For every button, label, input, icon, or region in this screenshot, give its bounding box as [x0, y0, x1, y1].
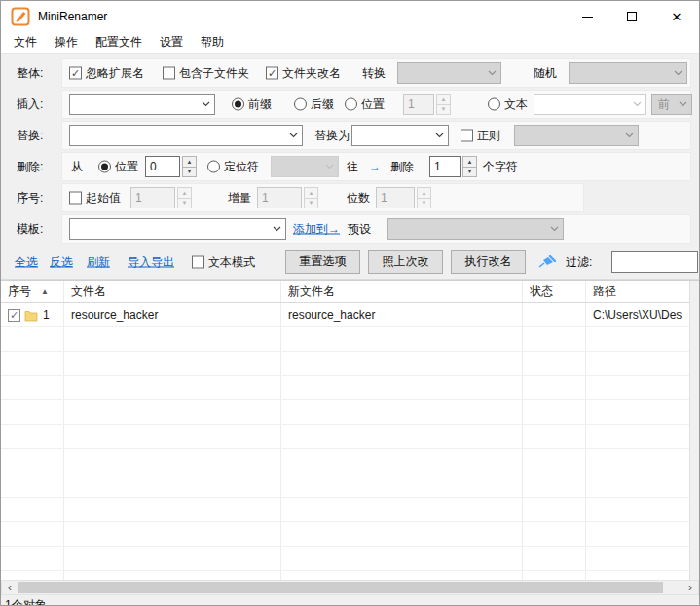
header-new-filename[interactable]: 新文件名: [281, 281, 523, 302]
from-label: 从: [71, 159, 83, 175]
increment-spinner[interactable]: 1 ▲▼: [257, 187, 318, 208]
spin-up-icon: ▲: [417, 187, 431, 199]
close-icon: ✕: [672, 10, 682, 24]
chevron-down-icon: [550, 226, 559, 232]
header-serial[interactable]: 序号 ▲: [1, 281, 64, 302]
checkbox-unchecked-icon: [192, 255, 204, 268]
radio-icon: [345, 98, 357, 111]
preset-dropdown[interactable]: [387, 218, 564, 240]
maximize-icon: [627, 12, 637, 21]
menu-file[interactable]: 文件: [5, 32, 46, 53]
start-value-spinner[interactable]: 1 ▲▼: [130, 187, 192, 208]
serial-label: 序号:: [17, 190, 43, 207]
insert-locator-dropdown[interactable]: [534, 94, 646, 115]
direction-arrow-icon[interactable]: →: [369, 160, 381, 173]
spin-down-icon: ▼: [304, 199, 318, 209]
delete-position-spinner[interactable]: 0 ▲▼: [145, 156, 197, 177]
scrollbar-thumb[interactable]: [18, 582, 663, 593]
invert-selection-link[interactable]: 反选: [50, 253, 73, 270]
window-title: MiniRenamer: [38, 10, 107, 23]
select-all-link[interactable]: 全选: [15, 253, 38, 270]
insert-text-combobox[interactable]: [69, 94, 215, 115]
menu-profile[interactable]: 配置文件: [87, 32, 151, 53]
execute-rename-button[interactable]: 执行改名: [451, 250, 526, 274]
table-row-empty: [1, 449, 689, 473]
spinner-arrows[interactable]: ▲▼: [436, 94, 451, 115]
spinner-arrows[interactable]: ▲▼: [304, 187, 318, 208]
spinner-arrows[interactable]: ▲▼: [177, 187, 192, 208]
object-count: 1个对象: [5, 597, 47, 606]
radio-selected-icon: [98, 161, 111, 173]
vertical-scrollbar[interactable]: [689, 281, 699, 580]
start-value-checkbox[interactable]: 起始值: [69, 190, 121, 207]
delete-position-radio[interactable]: 位置: [98, 159, 138, 175]
replace-search-combobox[interactable]: [69, 125, 303, 146]
radio-icon: [488, 98, 500, 111]
spinner-arrows[interactable]: ▲▼: [182, 156, 197, 177]
header-filename[interactable]: 文件名: [64, 281, 281, 302]
digits-spinner[interactable]: 1 ▲▼: [376, 187, 431, 208]
row-overall: 整体: ✓ 忽略扩展名 包含子文件夹 ✓ 文件夹改名 转换 随机: [1, 57, 699, 89]
header-status[interactable]: 状态: [523, 281, 586, 302]
table-row[interactable]: ✓ 1 resource_hacker resource_hacker C:\U…: [1, 303, 689, 327]
convert-dropdown[interactable]: [397, 62, 501, 84]
pin-icon[interactable]: [538, 255, 556, 269]
char-unit-label: 个字符: [483, 159, 518, 175]
refresh-link[interactable]: 刷新: [87, 253, 110, 270]
replace-with-combobox[interactable]: [351, 125, 449, 146]
close-button[interactable]: ✕: [654, 1, 699, 32]
regex-checkbox[interactable]: 正则: [461, 128, 500, 144]
delete-count-spinner[interactable]: 1 ▲▼: [429, 156, 477, 177]
insert-position-spinner[interactable]: 1 ▲▼: [403, 94, 451, 115]
maximize-button[interactable]: [609, 1, 654, 32]
row-status: [523, 303, 586, 326]
repeat-last-rename-button[interactable]: 照上次改: [368, 250, 443, 274]
template-combobox[interactable]: [69, 218, 286, 240]
menu-help[interactable]: 帮助: [192, 32, 233, 53]
overall-label: 整体:: [17, 65, 43, 82]
filter-label: 过滤:: [566, 253, 592, 270]
ignore-extension-checkbox[interactable]: ✓ 忽略扩展名: [69, 65, 144, 82]
random-dropdown[interactable]: [569, 62, 687, 84]
header-path[interactable]: 路径: [586, 281, 689, 302]
rename-folder-checkbox[interactable]: ✓ 文件夹改名: [266, 65, 341, 82]
insert-position-radio[interactable]: 位置: [345, 96, 385, 113]
text-mode-checkbox[interactable]: 文本模式: [192, 253, 255, 270]
filter-input[interactable]: [611, 251, 698, 273]
prefix-radio[interactable]: 前缀: [232, 96, 272, 113]
replace-label: 替换:: [17, 128, 43, 144]
row-checkbox[interactable]: ✓: [8, 309, 20, 322]
spin-down-icon: ▼: [417, 199, 431, 209]
horizontal-scrollbar[interactable]: ‹ ›: [1, 580, 699, 595]
chevron-down-icon: [633, 101, 642, 107]
scroll-left-icon[interactable]: ‹: [2, 581, 18, 594]
table-row-empty: [1, 376, 689, 400]
import-export-link[interactable]: 导入导出: [128, 253, 174, 270]
scroll-right-icon[interactable]: ›: [682, 581, 698, 594]
regex-preset-dropdown[interactable]: [514, 125, 639, 146]
anchor-radio[interactable]: 定位符: [207, 159, 259, 175]
checkbox-unchecked-icon: [163, 67, 175, 80]
menu-operation[interactable]: 操作: [46, 32, 87, 53]
spinner-arrows[interactable]: ▲▼: [462, 156, 477, 177]
delete-label: 删除:: [17, 159, 43, 175]
minimize-icon: [582, 17, 593, 18]
minimize-button[interactable]: [565, 1, 609, 32]
suffix-radio[interactable]: 后缀: [294, 96, 334, 113]
reset-options-button[interactable]: 重置选项: [285, 250, 360, 274]
table-row-empty: [1, 400, 689, 425]
anchor-dropdown[interactable]: [271, 156, 339, 177]
checkbox-checked-icon: ✓: [266, 67, 278, 80]
front-back-dropdown[interactable]: 前: [651, 94, 692, 115]
action-toolbar: 全选 反选 刷新 导入导出 文本模式 重置选项 照上次改 执行改名 过滤:: [1, 245, 699, 280]
checkbox-unchecked-icon: [69, 192, 82, 205]
spinner-arrows[interactable]: ▲▼: [417, 187, 431, 208]
menu-settings[interactable]: 设置: [151, 32, 192, 53]
add-to-link[interactable]: 添加到→: [293, 221, 340, 238]
spin-down-icon: ▼: [182, 168, 197, 178]
include-subfolder-checkbox[interactable]: 包含子文件夹: [163, 65, 249, 82]
convert-label: 转换: [362, 65, 386, 82]
text-radio[interactable]: 文本: [488, 96, 528, 113]
app-icon: [11, 7, 30, 26]
preset-label: 预设: [348, 221, 371, 238]
